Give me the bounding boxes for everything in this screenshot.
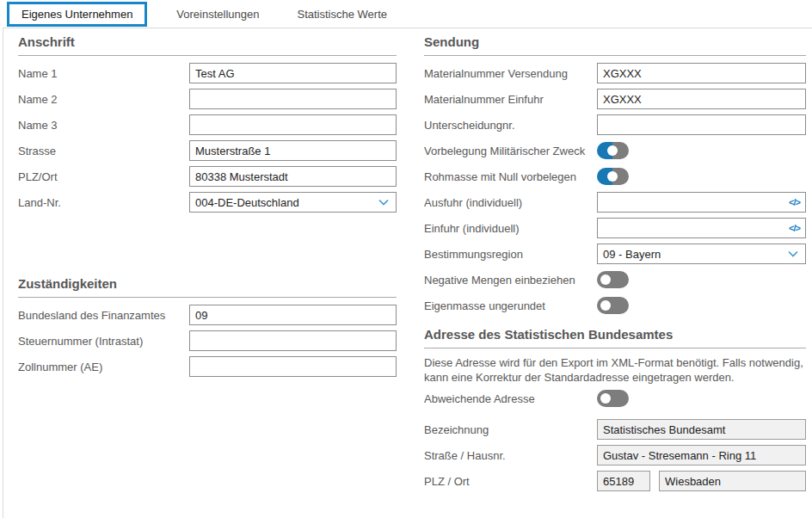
right-column: Sendung Materialnummer Versendung Materi… [424, 28, 806, 496]
einfuhr-individuell-input[interactable] [603, 219, 789, 237]
ausfuhr-individuell-field: </> [597, 192, 806, 213]
tab-statistische-werte[interactable]: Statistische Werte [289, 3, 397, 26]
form-row: Bestimmungsregion 09 - Bayern [424, 244, 806, 264]
bezeichnung-label: Bezeichnung [424, 423, 597, 436]
steuernummer-input[interactable] [189, 330, 397, 351]
toggle-row: Rohmasse mit Null vorbelegen [424, 166, 806, 187]
vorbelegung-militaerisch-label: Vorbelegung Militärischer Zweck [424, 145, 597, 157]
name3-label: Name 3 [18, 119, 189, 132]
form-row: Bundesland des Finanzamtes [18, 305, 397, 325]
bestimmungsregion-select[interactable]: 09 - Bayern [597, 244, 806, 264]
adresse-info-text: Diese Adresse wird für den Export im XML… [424, 355, 806, 385]
toggle-row: Vorbelegung Militärischer Zweck [424, 140, 806, 161]
plz-ort-input[interactable] [189, 166, 397, 187]
materialnummer-versendung-label: Materialnummer Versendung [424, 67, 597, 80]
code-icon[interactable]: </> [789, 223, 800, 233]
bezeichnung-input [597, 419, 806, 440]
form-row: PLZ/Ort [18, 166, 397, 187]
strasse-input[interactable] [189, 140, 397, 161]
abweichende-adresse-label: Abweichende Adresse [424, 392, 597, 405]
section-title-anschrift: Anschrift [18, 34, 397, 56]
vorbelegung-militaerisch-toggle[interactable] [597, 142, 629, 159]
form-row: Einfuhr (individuell) </> [424, 218, 806, 238]
eigenmasse-ungerundet-label: Eigenmasse ungerundet [424, 299, 597, 312]
land-nr-selected-value: 004-DE-Deutschland [195, 196, 299, 209]
negative-mengen-toggle[interactable] [597, 271, 629, 288]
tab-voreinstellungen[interactable]: Voreinstellungen [168, 3, 268, 26]
form-row: Straße / Hausnr. [424, 445, 806, 466]
section-title-zustaendigkeiten: Zuständigkeiten [18, 276, 397, 298]
code-icon[interactable]: </> [789, 197, 800, 207]
bundesland-finanzamt-input[interactable] [189, 305, 397, 325]
chevron-down-icon [788, 250, 798, 257]
chevron-down-icon [378, 199, 389, 206]
form-row: Name 1 [18, 63, 397, 83]
ausfuhr-individuell-input[interactable] [603, 193, 789, 212]
plz-ort-duo [597, 471, 806, 491]
form-row: Zollnummer (AE) [18, 356, 397, 377]
form-row: PLZ / Ort [424, 471, 806, 491]
bundesland-finanzamt-label: Bundesland des Finanzamtes [18, 309, 189, 322]
form-row: Materialnummer Versendung [424, 63, 806, 83]
land-nr-select[interactable]: 004-DE-Deutschland [189, 192, 397, 213]
strasse-hausnr-label: Straße / Hausnr. [424, 449, 597, 462]
materialnummer-versendung-input[interactable] [597, 63, 806, 83]
form-row: Ausfuhr (individuell) </> [424, 192, 806, 213]
rohmasse-null-label: Rohmasse mit Null vorbelegen [424, 170, 597, 183]
form-row: Unterscheidungnr. [424, 114, 806, 135]
zollnummer-label: Zollnummer (AE) [18, 361, 189, 373]
land-nr-label: Land-Nr. [18, 196, 189, 209]
tab-bar: Eigenes Unternehmen Voreinstellungen Sta… [0, 0, 812, 28]
plz-input [597, 471, 650, 491]
plz-ort-label: PLZ/Ort [18, 170, 189, 183]
materialnummer-einfuhr-label: Materialnummer Einfuhr [424, 93, 597, 106]
name2-input[interactable] [189, 89, 397, 109]
abweichende-adresse-toggle[interactable] [597, 390, 629, 407]
unterscheidungnr-input[interactable] [597, 114, 806, 135]
ausfuhr-individuell-label: Ausfuhr (individuell) [424, 196, 597, 209]
unterscheidungnr-label: Unterscheidungnr. [424, 119, 597, 132]
form-row: Strasse [18, 140, 397, 161]
zollnummer-input[interactable] [189, 356, 397, 377]
strasse-hausnr-input [597, 445, 806, 466]
steuernummer-label: Steuernummer (Intrastat) [18, 335, 189, 348]
bestimmungsregion-label: Bestimmungsregion [424, 248, 597, 261]
bestimmungsregion-selected-value: 09 - Bayern [603, 248, 661, 261]
einfuhr-individuell-label: Einfuhr (individuell) [424, 222, 597, 235]
form-row: Bezeichnung [424, 419, 806, 440]
form-row: Name 3 [18, 114, 397, 135]
left-column: Anschrift Name 1 Name 2 Name 3 Strasse P… [18, 28, 397, 382]
section-title-adresse-bundesamt: Adresse des Statistischen Bundesamtes [424, 327, 806, 348]
name1-input[interactable] [189, 63, 397, 83]
eigenmasse-ungerundet-toggle[interactable] [597, 297, 629, 314]
toggle-row: Eigenmasse ungerundet [424, 295, 806, 316]
name1-label: Name 1 [18, 67, 189, 80]
form-row: Materialnummer Einfuhr [424, 89, 806, 109]
toggle-row: Abweichende Adresse [424, 388, 806, 409]
materialnummer-einfuhr-input[interactable] [597, 89, 806, 109]
section-title-sendung: Sendung [424, 34, 806, 56]
content-panel: Anschrift Name 1 Name 2 Name 3 Strasse P… [3, 28, 812, 518]
name2-label: Name 2 [18, 93, 189, 106]
einfuhr-individuell-field: </> [597, 218, 806, 238]
plz-ort-bundesamt-label: PLZ / Ort [424, 475, 597, 488]
form-row: Name 2 [18, 89, 397, 109]
strasse-label: Strasse [18, 145, 189, 157]
name3-input[interactable] [189, 114, 397, 135]
tab-eigenes-unternehmen[interactable]: Eigenes Unternehmen [7, 2, 147, 27]
rohmasse-null-toggle[interactable] [597, 168, 629, 185]
toggle-row: Negative Mengen einbeziehen [424, 269, 806, 290]
form-row: Land-Nr. 004-DE-Deutschland [18, 192, 397, 213]
ort-input [659, 471, 806, 491]
negative-mengen-label: Negative Mengen einbeziehen [424, 274, 597, 287]
form-row: Steuernummer (Intrastat) [18, 330, 397, 351]
